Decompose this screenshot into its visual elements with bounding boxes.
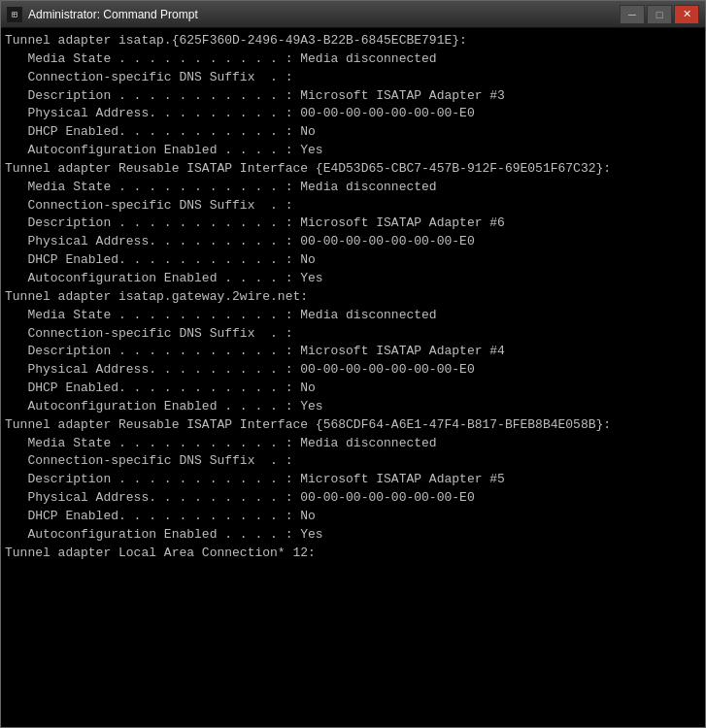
console-line: Description . . . . . . . . . . . : Micr… bbox=[5, 87, 697, 106]
console-line: Media State . . . . . . . . . . . : Medi… bbox=[5, 179, 697, 197]
title-bar: ⊞ Administrator: Command Prompt ─ □ ✕ bbox=[1, 1, 705, 28]
console-line: DHCP Enabled. . . . . . . . . . . : No bbox=[5, 251, 697, 270]
console-line: Media State . . . . . . . . . . . : Medi… bbox=[5, 307, 697, 325]
window: ⊞ Administrator: Command Prompt ─ □ ✕ Tu… bbox=[0, 0, 706, 728]
window-icon: ⊞ bbox=[7, 7, 22, 22]
console-line: Autoconfiguration Enabled . . . . : Yes bbox=[5, 142, 697, 160]
console-line: Physical Address. . . . . . . . . : 00-0… bbox=[5, 233, 697, 251]
minimize-button[interactable]: ─ bbox=[620, 5, 645, 24]
console-line: DHCP Enabled. . . . . . . . . . . : No bbox=[5, 380, 697, 398]
console-line: Tunnel adapter Reusable ISATAP Interface… bbox=[5, 160, 697, 179]
console-line: Autoconfiguration Enabled . . . . : Yes bbox=[5, 526, 697, 545]
console-line: Description . . . . . . . . . . . : Micr… bbox=[5, 471, 697, 489]
console-output: Tunnel adapter isatap.{625F360D-2496-49A… bbox=[1, 28, 705, 727]
console-line: DHCP Enabled. . . . . . . . . . . : No bbox=[5, 508, 697, 526]
console-line: DHCP Enabled. . . . . . . . . . . : No bbox=[5, 123, 697, 142]
console-line: Media State . . . . . . . . . . . : Medi… bbox=[5, 435, 697, 453]
console-line: Autoconfiguration Enabled . . . . : Yes bbox=[5, 270, 697, 288]
console-line: Tunnel adapter isatap.gateway.2wire.net: bbox=[5, 288, 697, 307]
console-line: Connection-specific DNS Suffix . : bbox=[5, 325, 697, 344]
console-line: Description . . . . . . . . . . . : Micr… bbox=[5, 215, 697, 233]
console-line: Autoconfiguration Enabled . . . . : Yes bbox=[5, 398, 697, 416]
console-line: Physical Address. . . . . . . . . : 00-0… bbox=[5, 489, 697, 508]
title-bar-left: ⊞ Administrator: Command Prompt bbox=[7, 7, 198, 22]
title-bar-controls: ─ □ ✕ bbox=[620, 5, 699, 24]
console-line: Tunnel adapter Reusable ISATAP Interface… bbox=[5, 416, 697, 435]
close-button[interactable]: ✕ bbox=[674, 5, 699, 24]
console-line: Description . . . . . . . . . . . : Micr… bbox=[5, 343, 697, 361]
console-line: Connection-specific DNS Suffix . : bbox=[5, 69, 697, 87]
console-line: Tunnel adapter isatap.{625F360D-2496-49A… bbox=[5, 32, 697, 50]
console-line: Connection-specific DNS Suffix . : bbox=[5, 452, 697, 471]
console-line: Media State . . . . . . . . . . . : Medi… bbox=[5, 50, 697, 69]
console-line: Physical Address. . . . . . . . . : 00-0… bbox=[5, 105, 697, 123]
title-bar-text: Administrator: Command Prompt bbox=[28, 8, 198, 21]
console-line: Tunnel adapter Local Area Connection* 12… bbox=[5, 545, 697, 563]
console-line: Connection-specific DNS Suffix . : bbox=[5, 197, 697, 215]
maximize-button[interactable]: □ bbox=[647, 5, 672, 24]
console-line: Physical Address. . . . . . . . . : 00-0… bbox=[5, 361, 697, 380]
